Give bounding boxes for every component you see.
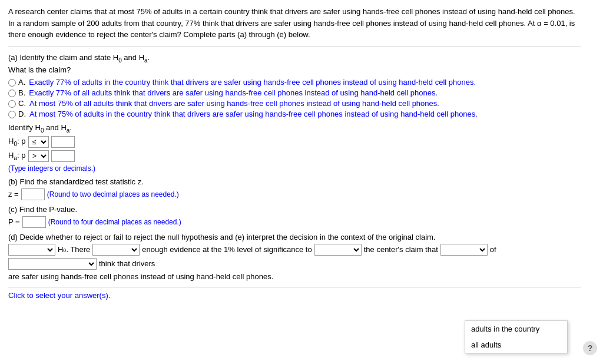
ha-row: Ha: p > < = ≤ ≥ ≠ <box>8 150 581 162</box>
option-b-row: B. Exactly 77% of all adults think that … <box>8 88 581 97</box>
identify-label: Identify H0 and Ha. <box>8 123 581 134</box>
option-b-letter: B. <box>18 88 25 97</box>
option-a-radio[interactable] <box>8 79 16 87</box>
click-label: Click to select your answer(s). <box>8 287 581 300</box>
identify-hypothesis-section: Identify H0 and Ha. H0: p ≤ ≥ = < > ≠ Ha… <box>8 123 581 173</box>
option-d-text: At most 75% of adults in the country thi… <box>29 110 478 118</box>
p-row: P = (Round to four decimal places as nee… <box>8 216 581 228</box>
option-b-radio[interactable] <box>8 90 16 97</box>
what-is-claim-label: What is the claim? <box>8 65 581 74</box>
dropdown-item-adults-in-country[interactable]: adults in the country <box>465 321 567 337</box>
reject-accept-select[interactable]: reject support <box>314 244 362 256</box>
dropdown-popup: adults in the country all adults <box>465 320 568 353</box>
option-d-row: D. At most 75% of adults in the country … <box>8 110 581 118</box>
evidence-text: enough evidence at the 1% level of signi… <box>142 245 312 254</box>
ha-value-input[interactable] <box>51 150 75 162</box>
z-hint: (Round to two decimal places as needed.) <box>47 190 179 198</box>
part-b-section: (b) Find the standardized test statistic… <box>8 177 581 200</box>
option-a-row: A. Exactly 77% of adults in the country … <box>8 78 581 87</box>
option-c-text: At most 75% of all adults think that dri… <box>29 99 439 108</box>
option-d-radio[interactable] <box>8 111 16 118</box>
option-c-letter: C. <box>18 99 26 108</box>
dropdown-item-all-adults[interactable]: all adults <box>465 337 567 353</box>
p-label: P = <box>8 217 20 226</box>
of-text: of <box>490 245 496 254</box>
population-select[interactable]: adults in the country all adults <box>8 258 97 270</box>
option-a-text: Exactly 77% of adults in the country thi… <box>29 78 476 87</box>
h0-operator-select[interactable]: ≤ ≥ = < > ≠ <box>28 136 49 148</box>
z-label: z = <box>8 190 19 198</box>
p-value-input[interactable] <box>22 216 46 228</box>
reject-select[interactable]: Reject Fail to reject <box>8 244 55 256</box>
option-a-letter: A. <box>18 78 25 87</box>
continuation-text: are safer using hands-free cell phones i… <box>8 272 581 281</box>
part-c-section: (c) Find the P-value. P = (Round to four… <box>8 205 581 228</box>
part-c-label: (c) Find the P-value. <box>8 205 581 214</box>
problem-text: A research center claims that at most 75… <box>8 6 581 47</box>
ha-label: Ha: p <box>8 151 26 161</box>
h0-row: H0: p ≤ ≥ = < > ≠ <box>8 136 581 148</box>
option-d-letter: D. <box>18 110 26 118</box>
option-b-text: Exactly 77% of all adults think that dri… <box>29 88 438 97</box>
part-a-label: (a) Identify the claim and state H0 and … <box>8 53 581 64</box>
z-row: z = (Round to two decimal places as need… <box>8 188 581 200</box>
problem-statement: A research center claims that at most 75… <box>8 7 575 39</box>
part-b-label: (b) Find the standardized test statistic… <box>8 177 581 186</box>
option-c-radio[interactable] <box>8 100 16 108</box>
z-value-input[interactable] <box>21 188 45 200</box>
percent-select[interactable]: at most 75% exactly 77% at least 75% <box>440 244 488 256</box>
part-d-label: (d) Decide whether to reject or fail to … <box>8 233 581 241</box>
think-drivers-text: think that drivers <box>99 259 155 268</box>
h0-text: H₀. There <box>58 245 90 254</box>
centers-claim-text: the center's claim that <box>364 245 438 254</box>
type-hint: (Type integers or decimals.) <box>8 164 581 173</box>
h0-value-input[interactable] <box>51 136 75 148</box>
evidence-select[interactable]: is is not <box>92 244 140 256</box>
ha-operator-select[interactable]: > < = ≤ ≥ ≠ <box>28 150 49 162</box>
decision-row: Reject Fail to reject H₀. There is is no… <box>8 244 581 270</box>
option-c-row: C. At most 75% of all adults think that … <box>8 99 581 108</box>
help-icon: ? <box>588 343 593 353</box>
help-button[interactable]: ? <box>583 341 597 355</box>
p-hint: (Round to four decimal places as needed.… <box>48 218 181 226</box>
part-a-section: (a) Identify the claim and state H0 and … <box>8 53 581 119</box>
h0-label: H0: p <box>8 137 26 147</box>
part-d-section: (d) Decide whether to reject or fail to … <box>8 233 581 281</box>
